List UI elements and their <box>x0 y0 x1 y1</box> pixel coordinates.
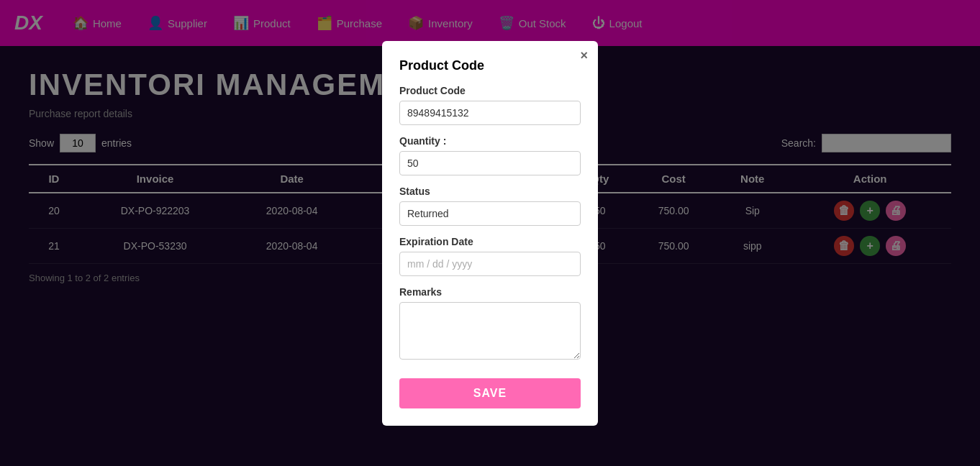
product-code-group: Product Code <box>399 85 581 125</box>
modal-close-button[interactable]: × <box>580 48 588 63</box>
quantity-label: Quantity : <box>399 135 581 147</box>
save-button[interactable]: SAVE <box>399 378 581 408</box>
product-code-label: Product Code <box>399 85 581 96</box>
quantity-group: Quantity : <box>399 135 581 175</box>
product-code-input[interactable] <box>399 101 581 125</box>
remarks-group: Remarks <box>399 286 581 362</box>
remarks-textarea[interactable] <box>399 302 581 360</box>
status-group: Status <box>399 186 581 226</box>
status-label: Status <box>399 186 581 197</box>
quantity-input[interactable] <box>399 151 581 175</box>
modal-title: Product Code <box>399 58 581 73</box>
modal-overlay: × Product Code Product Code Quantity : S… <box>0 0 980 466</box>
modal-dialog: × Product Code Product Code Quantity : S… <box>382 41 598 426</box>
expiration-date-group: Expiration Date <box>399 236 581 276</box>
expiration-date-input[interactable] <box>399 252 581 276</box>
remarks-label: Remarks <box>399 286 581 298</box>
status-input[interactable] <box>399 201 581 226</box>
expiration-date-label: Expiration Date <box>399 236 581 247</box>
